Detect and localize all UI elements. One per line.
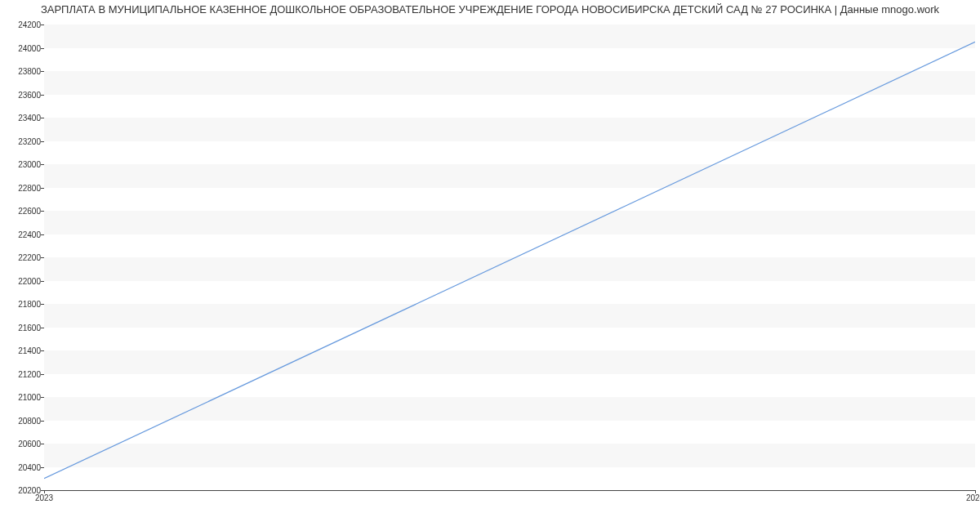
chart-plot-area (44, 25, 975, 490)
y-tick-mark (41, 374, 44, 375)
y-tick-label: 23000 (0, 160, 41, 169)
y-tick-mark (41, 304, 44, 305)
grid-band (44, 141, 975, 165)
grid-band (44, 234, 975, 258)
y-tick-label: 21800 (0, 300, 41, 309)
grid-band (44, 328, 975, 351)
y-tick-mark (41, 95, 44, 96)
grid-band (44, 374, 975, 398)
y-tick-label: 23200 (0, 136, 41, 145)
y-tick-mark (41, 118, 44, 118)
grid-band (44, 95, 975, 118)
y-tick-label: 23800 (0, 67, 41, 76)
y-tick-label: 21600 (0, 323, 41, 332)
y-tick-label: 21400 (0, 346, 41, 355)
y-tick-mark (41, 48, 44, 49)
y-tick-mark (41, 444, 44, 444)
y-tick-label: 22400 (0, 230, 41, 239)
y-tick-mark (41, 328, 44, 328)
y-tick-label: 24200 (0, 20, 41, 29)
chart-title: ЗАРПЛАТА В МУНИЦИПАЛЬНОЕ КАЗЕННОЕ ДОШКОЛ… (0, 3, 980, 16)
y-tick-label: 21000 (0, 393, 41, 402)
y-tick-label: 22200 (0, 253, 41, 262)
y-tick-mark (41, 397, 44, 398)
y-tick-label: 20600 (0, 440, 41, 448)
grid-band (44, 421, 975, 444)
y-tick-mark (41, 350, 44, 351)
x-axis-line (44, 490, 975, 491)
y-tick-mark (41, 188, 44, 189)
y-tick-mark (41, 234, 44, 235)
x-tick-label: 2023 (35, 493, 53, 502)
y-tick-label: 20800 (0, 416, 41, 425)
y-tick-mark (41, 164, 44, 165)
y-tick-mark (41, 467, 44, 468)
y-tick-label: 22800 (0, 183, 41, 192)
y-tick-label: 21200 (0, 369, 41, 378)
grid-band (44, 467, 975, 491)
y-tick-mark (41, 421, 44, 422)
y-tick-mark (41, 257, 44, 258)
y-tick-label: 22600 (0, 207, 41, 216)
y-tick-mark (41, 211, 44, 212)
y-tick-label: 23400 (0, 114, 41, 123)
grid-band (44, 188, 975, 212)
y-tick-mark (41, 141, 44, 142)
y-tick-mark (41, 281, 44, 282)
y-tick-label: 20400 (0, 462, 41, 471)
y-tick-mark (41, 25, 44, 25)
grid-band (44, 281, 975, 305)
y-tick-mark (41, 71, 44, 72)
y-tick-label: 22000 (0, 276, 41, 285)
y-tick-label: 23600 (0, 90, 41, 99)
grid-band (44, 48, 975, 72)
x-tick-label: 2024 (966, 493, 980, 502)
y-tick-label: 24000 (0, 43, 41, 52)
